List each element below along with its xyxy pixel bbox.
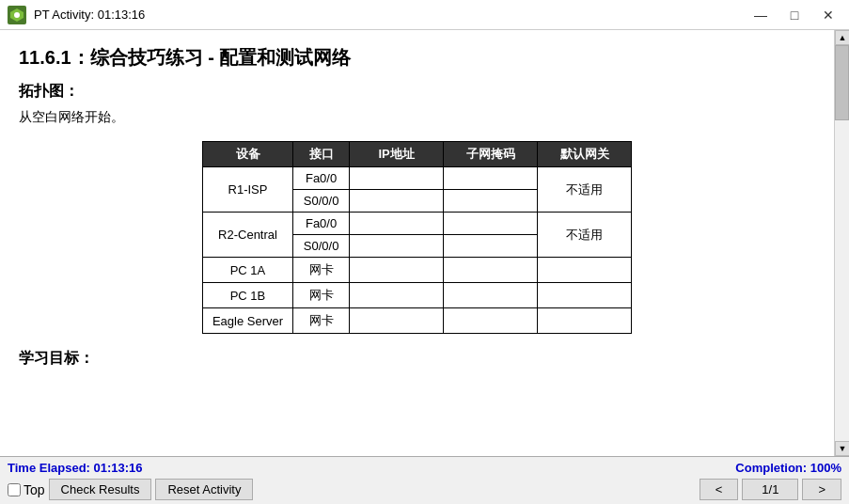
ip-r2-fa00 bbox=[350, 213, 444, 235]
footer-controls: Top Check Results Reset Activity < 1/1 > bbox=[8, 479, 841, 500]
subnet-r2-s000 bbox=[444, 235, 538, 258]
subnet-r2-fa00 bbox=[444, 213, 538, 235]
device-eagle: Eagle Server bbox=[202, 308, 292, 334]
scrollbar[interactable]: ▲ ▼ bbox=[834, 30, 849, 456]
footer-right-controls: < 1/1 > bbox=[700, 479, 841, 500]
ip-eagle bbox=[350, 308, 444, 334]
interface-fa00-r2: Fa0/0 bbox=[293, 213, 350, 235]
learning-objectives-label: 学习目标： bbox=[19, 349, 815, 369]
subnet-eagle bbox=[444, 308, 538, 334]
window-title: PT Activity: 01:13:16 bbox=[34, 8, 145, 22]
table-row: Eagle Server 网卡 bbox=[202, 308, 631, 334]
ip-r1isp-s000 bbox=[350, 190, 444, 213]
gateway-pc1b bbox=[538, 283, 632, 308]
interface-s000-r2: S0/0/0 bbox=[293, 235, 350, 258]
col-subnet: 子网掩码 bbox=[444, 142, 538, 167]
interface-s000: S0/0/0 bbox=[293, 190, 350, 213]
table-row: PC 1B 网卡 bbox=[202, 283, 631, 308]
device-r2central: R2-Central bbox=[202, 213, 292, 258]
device-pc1b: PC 1B bbox=[202, 283, 292, 308]
ip-r1isp-fa00 bbox=[350, 167, 444, 190]
col-device: 设备 bbox=[202, 142, 292, 167]
main-area: 11.6.1：综合技巧练习 - 配置和测试网络 拓扑图： 从空白网络开始。 设备… bbox=[0, 30, 849, 456]
time-elapsed: Time Elapsed: 01:13:16 bbox=[8, 461, 143, 475]
svg-point-2 bbox=[14, 12, 20, 18]
app-icon bbox=[8, 6, 26, 24]
col-interface: 接口 bbox=[293, 142, 350, 167]
gateway-eagle bbox=[538, 308, 632, 334]
next-button[interactable]: > bbox=[802, 479, 841, 500]
interface-fa00: Fa0/0 bbox=[293, 167, 350, 190]
col-gateway: 默认网关 bbox=[538, 142, 632, 167]
device-pc1a: PC 1A bbox=[202, 258, 292, 283]
top-checkbox[interactable] bbox=[8, 483, 21, 496]
check-results-button[interactable]: Check Results bbox=[49, 479, 152, 500]
col-ip: IP地址 bbox=[350, 142, 444, 167]
network-table: 设备 接口 IP地址 子网掩码 默认网关 R1-ISP Fa0/0 不适用 S bbox=[202, 141, 632, 334]
gateway-r2central: 不适用 bbox=[538, 213, 632, 258]
topology-label: 拓扑图： bbox=[19, 82, 815, 102]
prev-button[interactable]: < bbox=[700, 479, 739, 500]
interface-pc1a: 网卡 bbox=[293, 258, 350, 283]
title-bar: PT Activity: 01:13:16 — □ ✕ bbox=[0, 0, 849, 30]
scroll-track[interactable] bbox=[835, 45, 849, 441]
subnet-r1isp-fa00 bbox=[444, 167, 538, 190]
footer-status: Time Elapsed: 01:13:16 Completion: 100% bbox=[8, 461, 841, 475]
gateway-r1isp: 不适用 bbox=[538, 167, 632, 213]
subnet-pc1b bbox=[444, 283, 538, 308]
page-title: 11.6.1：综合技巧练习 - 配置和测试网络 bbox=[19, 45, 815, 71]
close-button[interactable]: ✕ bbox=[815, 6, 841, 24]
footer: Time Elapsed: 01:13:16 Completion: 100% … bbox=[0, 456, 849, 504]
ip-r2-s000 bbox=[350, 235, 444, 258]
interface-pc1b: 网卡 bbox=[293, 283, 350, 308]
interface-eagle: 网卡 bbox=[293, 308, 350, 334]
device-r1isp: R1-ISP bbox=[202, 167, 292, 213]
page-indicator: 1/1 bbox=[742, 479, 798, 500]
table-row: PC 1A 网卡 bbox=[202, 258, 631, 283]
completion-status: Completion: 100% bbox=[735, 461, 841, 475]
minimize-button[interactable]: — bbox=[747, 6, 774, 24]
subnet-pc1a bbox=[444, 258, 538, 283]
gateway-pc1a bbox=[538, 258, 632, 283]
window-controls: — □ ✕ bbox=[747, 6, 841, 24]
scroll-down-arrow[interactable]: ▼ bbox=[835, 441, 849, 456]
title-bar-left: PT Activity: 01:13:16 bbox=[8, 6, 145, 24]
top-label: Top bbox=[24, 482, 45, 497]
topology-text: 从空白网络开始。 bbox=[19, 109, 815, 126]
scroll-up-arrow[interactable]: ▲ bbox=[835, 30, 849, 45]
ip-pc1b bbox=[350, 283, 444, 308]
footer-left-controls: Top Check Results Reset Activity bbox=[8, 479, 696, 500]
ip-pc1a bbox=[350, 258, 444, 283]
top-checkbox-area: Top bbox=[8, 482, 45, 497]
table-row: R2-Central Fa0/0 不适用 bbox=[202, 213, 631, 235]
subnet-r1isp-s000 bbox=[444, 190, 538, 213]
maximize-button[interactable]: □ bbox=[781, 6, 808, 24]
table-row: R1-ISP Fa0/0 不适用 bbox=[202, 167, 631, 190]
reset-activity-button[interactable]: Reset Activity bbox=[155, 479, 253, 500]
content-area: 11.6.1：综合技巧练习 - 配置和测试网络 拓扑图： 从空白网络开始。 设备… bbox=[0, 30, 834, 456]
scroll-thumb[interactable] bbox=[835, 45, 849, 120]
